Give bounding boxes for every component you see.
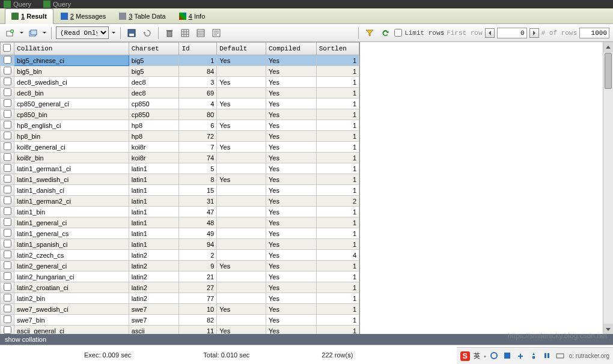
cell-compiled[interactable]: Yes	[266, 196, 316, 207]
cell-sortlen[interactable]: 1	[316, 185, 359, 196]
row-checkbox-cell[interactable]	[1, 261, 14, 271]
cell-id[interactable]: 48	[179, 217, 217, 228]
cell-default[interactable]: Yes	[217, 99, 266, 109]
cell-id[interactable]: 72	[179, 131, 217, 142]
cell-default[interactable]	[217, 196, 266, 207]
cell-collation[interactable]: latin2_hungarian_ci	[14, 271, 129, 282]
cell-compiled[interactable]: Yes	[266, 217, 316, 228]
cell-compiled[interactable]: Yes	[266, 120, 316, 131]
tab-info[interactable]: 4 Info	[173, 8, 212, 24]
delete-button[interactable]	[163, 26, 176, 40]
cell-charset[interactable]: big5	[129, 55, 179, 66]
cell-sortlen[interactable]: 1	[316, 153, 359, 163]
table-row[interactable]: hp8_english_cihp86YesYes1	[1, 120, 359, 131]
row-checkbox-cell[interactable]	[1, 271, 14, 282]
cell-default[interactable]	[217, 66, 266, 77]
cell-sortlen[interactable]: 1	[316, 109, 359, 120]
cell-charset[interactable]: latin1	[129, 239, 179, 250]
header-default[interactable]: Default	[217, 43, 266, 55]
cell-charset[interactable]: latin2	[129, 293, 179, 304]
cell-sortlen[interactable]: 1	[316, 228, 359, 239]
cell-charset[interactable]: latin1	[129, 174, 179, 185]
cell-charset[interactable]: cp850	[129, 99, 179, 109]
row-checkbox-cell[interactable]	[1, 293, 14, 304]
scroll-thumb[interactable]	[605, 53, 612, 89]
cell-charset[interactable]: koi8r	[129, 142, 179, 153]
cell-id[interactable]: 74	[179, 153, 217, 163]
cell-id[interactable]: 4	[179, 99, 217, 109]
cell-default[interactable]: Yes	[217, 261, 266, 271]
cell-collation[interactable]: latin1_general_cs	[14, 228, 129, 239]
row-checkbox-cell[interactable]	[1, 131, 14, 142]
tray-lang[interactable]: 英	[474, 351, 480, 360]
row-checkbox-cell[interactable]	[1, 66, 14, 77]
cell-id[interactable]: 27	[179, 282, 217, 293]
cell-collation[interactable]: latin1_german2_ci	[14, 196, 129, 207]
table-row[interactable]: swe7_swedish_ciswe710YesYes1	[1, 304, 359, 315]
cell-id[interactable]: 80	[179, 109, 217, 120]
row-checkbox-cell[interactable]	[1, 207, 14, 217]
cell-collation[interactable]: big5_chinese_ci	[14, 55, 129, 66]
cell-sortlen[interactable]: 1	[316, 131, 359, 142]
cell-collation[interactable]: latin2_general_ci	[14, 261, 129, 271]
cell-id[interactable]: 84	[179, 66, 217, 77]
cell-id[interactable]: 15	[179, 185, 217, 196]
cell-sortlen[interactable]: 4	[316, 250, 359, 261]
cell-sortlen[interactable]: 1	[316, 217, 359, 228]
readonly-dropdown[interactable]	[111, 26, 116, 40]
cell-compiled[interactable]: Yes	[266, 88, 316, 99]
cell-default[interactable]: Yes	[217, 174, 266, 185]
cell-compiled[interactable]: Yes	[266, 326, 316, 335]
cell-sortlen[interactable]: 1	[316, 77, 359, 88]
cell-charset[interactable]: latin1	[129, 207, 179, 217]
tab-messages[interactable]: 2 Messages	[55, 8, 112, 24]
tray-icon-1[interactable]	[490, 351, 499, 361]
cell-collation[interactable]: koi8r_general_ci	[14, 142, 129, 153]
row-checkbox-cell[interactable]	[1, 304, 14, 315]
table-row[interactable]: swe7_binswe782Yes1	[1, 315, 359, 326]
tray-icon-2[interactable]	[503, 351, 513, 361]
cell-id[interactable]: 1	[179, 55, 217, 66]
save-button[interactable]	[125, 26, 138, 40]
row-checkbox-cell[interactable]	[1, 88, 14, 99]
cell-id[interactable]: 47	[179, 207, 217, 217]
cell-id[interactable]: 10	[179, 304, 217, 315]
cell-compiled[interactable]: Yes	[266, 66, 316, 77]
cell-sortlen[interactable]: 1	[316, 282, 359, 293]
cell-collation[interactable]: hp8_english_ci	[14, 120, 129, 131]
cell-collation[interactable]: latin2_croatian_ci	[14, 282, 129, 293]
row-checkbox-cell[interactable]	[1, 55, 14, 66]
readonly-select[interactable]: (Read Only)	[56, 26, 109, 39]
cell-id[interactable]: 31	[179, 196, 217, 207]
toptab-query1[interactable]: Query	[13, 1, 31, 8]
form-view-button[interactable]	[194, 26, 207, 40]
cell-charset[interactable]: hp8	[129, 131, 179, 142]
cell-default[interactable]: Yes	[217, 304, 266, 315]
cell-sortlen[interactable]: 1	[316, 142, 359, 153]
cell-charset[interactable]: latin2	[129, 250, 179, 261]
cell-compiled[interactable]: Yes	[266, 228, 316, 239]
cell-default[interactable]	[217, 88, 266, 99]
row-checkbox-cell[interactable]	[1, 120, 14, 131]
tray-icon-4[interactable]	[529, 351, 539, 361]
cell-collation[interactable]: latin1_spanish_ci	[14, 239, 129, 250]
cell-collation[interactable]: hp8_bin	[14, 131, 129, 142]
row-checkbox-cell[interactable]	[1, 109, 14, 120]
cell-compiled[interactable]: Yes	[266, 55, 316, 66]
cell-id[interactable]: 69	[179, 88, 217, 99]
table-row[interactable]: dec8_bindec869Yes1	[1, 88, 359, 99]
scroll-up-button[interactable]	[603, 42, 613, 52]
sogou-icon[interactable]: S	[460, 351, 470, 361]
cell-charset[interactable]: cp850	[129, 109, 179, 120]
cell-id[interactable]: 2	[179, 250, 217, 261]
cell-collation[interactable]: cp850_general_ci	[14, 99, 129, 109]
cell-sortlen[interactable]: 1	[316, 271, 359, 282]
cell-collation[interactable]: latin1_german1_ci	[14, 163, 129, 174]
row-checkbox-cell[interactable]	[1, 163, 14, 174]
cell-charset[interactable]: dec8	[129, 88, 179, 99]
cell-charset[interactable]: koi8r	[129, 153, 179, 163]
table-row[interactable]: latin2_general_cilatin29YesYes1	[1, 261, 359, 271]
row-checkbox-cell[interactable]	[1, 99, 14, 109]
cell-collation[interactable]: latin1_swedish_ci	[14, 174, 129, 185]
cell-default[interactable]	[217, 282, 266, 293]
